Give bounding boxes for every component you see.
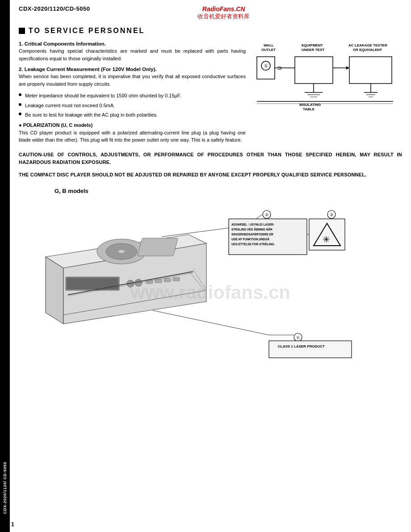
sidebar-text: CDX-2020/1120/ CD-5050 — [3, 462, 7, 514]
svg-text:OUTLET: OUTLET — [261, 48, 276, 52]
bullet-dot-1 — [19, 93, 21, 96]
main-content: CDX-2020/1120/CD-5050 RadioFans.CN 收音机爱好… — [10, 0, 411, 395]
item-2-body: When service has been completed, it is i… — [19, 73, 246, 88]
gb-models-label: G, B models — [55, 188, 402, 194]
svg-point-32 — [118, 250, 125, 253]
svg-text:SIKKERHEDSAFBRYDERE ER: SIKKERHEDSAFBRYDERE ER — [231, 233, 273, 236]
polarization-body: This CD player product is equipped with … — [19, 129, 246, 144]
item-1-body: Components having special characteristic… — [19, 47, 246, 62]
bullet-text-2: Leakage current must not exceed 0.5mA. — [25, 102, 115, 109]
page-number: 1 — [11, 521, 14, 528]
bullet-1: Meter impedance should be equivalent to … — [19, 92, 246, 100]
svg-text:OR EQUIVALENT: OR EQUIVALENT — [353, 48, 382, 52]
page-title: TO SERVICE PERSONNEL — [29, 27, 145, 35]
svg-rect-33 — [138, 238, 178, 256]
section-title: TO SERVICE PERSONNEL — [19, 27, 402, 35]
svg-rect-11 — [295, 57, 333, 84]
warning-2: THE COMPACT DISC PLAYER SHOULD NOT BE AD… — [19, 171, 402, 179]
svg-rect-51 — [269, 341, 352, 358]
svg-rect-14 — [349, 57, 392, 84]
text-column: 1. Critical Components Information. Comp… — [19, 41, 246, 144]
svg-text:UDE AF FUNKTION.UNDGÅ: UDE AF FUNKTION.UNDGÅ — [231, 237, 269, 241]
svg-text:TABLE: TABLE — [303, 107, 315, 111]
bullet-text-3: Be sure to test for leakage with the AC … — [25, 111, 158, 119]
svg-text:EQUIPMENT: EQUIPMENT — [302, 43, 323, 47]
svg-rect-41 — [173, 277, 180, 281]
diagram-column: WALL OUTLET EQUIPMENT UNDER TEST AC LEAK… — [250, 41, 402, 144]
svg-text:ADVARSEL : USYNLIG LASER-: ADVARSEL : USYNLIG LASER- — [231, 223, 274, 226]
website-name: RadioFans.CN — [197, 5, 250, 13]
device-area: www.radiofans.cn — [19, 199, 402, 386]
item-1-header: 1. Critical Components Information. — [19, 41, 246, 46]
svg-text:INSULATING: INSULATING — [299, 103, 321, 107]
bullet-dot-3 — [19, 113, 21, 115]
item-1: 1. Critical Components Information. Comp… — [19, 41, 246, 62]
svg-text:AC LEAKAGE TESTER: AC LEAKAGE TESTER — [348, 43, 387, 47]
svg-text:①: ① — [296, 335, 300, 340]
title-square-icon — [19, 28, 25, 34]
svg-text:①: ① — [264, 63, 268, 68]
polarization-section: ● POLARIZATION (U, C models) This CD pla… — [19, 122, 246, 144]
bullet-3: Be sure to test for leakage with the AC … — [19, 111, 246, 119]
header-row: CDX-2020/1120/CD-5050 RadioFans.CN 收音机爱好… — [19, 5, 402, 21]
svg-text:UNDER TEST: UNDER TEST — [302, 48, 324, 52]
bullet-text-1: Meter impedance should be equivalent to … — [25, 92, 181, 100]
svg-text:③: ③ — [330, 213, 333, 217]
svg-text:⊃: ⊃ — [277, 64, 282, 71]
warning-1: CAUTION-USE OF CONTROLS, ADJUSTMENTS, OR… — [19, 151, 402, 167]
svg-text:②: ② — [265, 213, 268, 217]
gb-models-section: G, B models www.radiofans.cn — [19, 188, 402, 386]
device-illustration: ① CLASS 1 LASER PRODUCT ② ADVARSEL : USY… — [19, 199, 403, 377]
circuit-diagram: WALL OUTLET EQUIPMENT UNDER TEST AC LEAK… — [250, 41, 398, 130]
svg-line-49 — [153, 310, 269, 335]
bullet-list: Meter impedance should be equivalent to … — [19, 92, 246, 119]
svg-point-37 — [135, 279, 142, 286]
svg-text:UDS ETTELSE FOR STRÅLING.: UDS ETTELSE FOR STRÅLING. — [231, 242, 275, 246]
svg-text:STRALING VED ÅBNING NÅR: STRALING VED ÅBNING NÅR — [231, 227, 273, 231]
website-chinese: 收音机爱好者资料库 — [197, 13, 250, 21]
svg-text:WALL: WALL — [264, 43, 274, 47]
svg-text:✳: ✳ — [323, 235, 330, 244]
item-2: 2. Leakage Current Measurement (For 120V… — [19, 67, 246, 88]
svg-text:CLASS 1  LASER  PRODUCT: CLASS 1 LASER PRODUCT — [278, 344, 325, 348]
model-number: CDX-2020/1120/CD-5050 — [19, 5, 90, 12]
item-2-header: 2. Leakage Current Measurement (For 120V… — [19, 67, 246, 72]
svg-marker-28 — [46, 257, 63, 324]
svg-rect-35 — [67, 278, 118, 289]
bullet-2: Leakage current must not exceed 0.5mA. — [19, 102, 246, 109]
website-info: RadioFans.CN 收音机爱好者资料库 — [197, 5, 250, 21]
content-area: 1. Critical Components Information. Comp… — [19, 41, 402, 144]
bullet-dot-2 — [19, 103, 21, 106]
svg-rect-40 — [164, 278, 171, 282]
sidebar: CDX-2020/1120/ CD-5050 — [0, 0, 10, 532]
svg-marker-13 — [346, 66, 349, 70]
polarization-header: ● POLARIZATION (U, C models) — [19, 122, 246, 128]
